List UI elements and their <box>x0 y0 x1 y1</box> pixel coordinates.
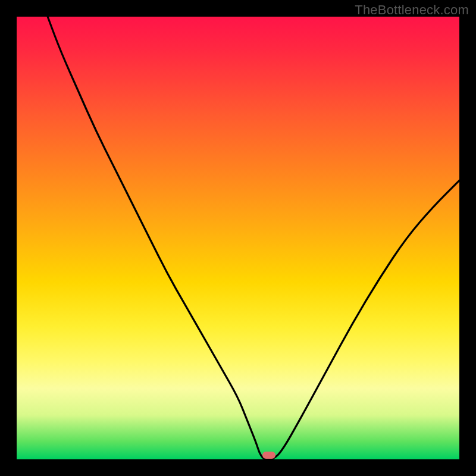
watermark-text: TheBottleneck.com <box>355 2 469 18</box>
plot-area <box>17 17 459 459</box>
optimal-point-marker <box>262 452 275 459</box>
bottleneck-curve <box>17 17 459 459</box>
curve-path <box>48 17 459 459</box>
chart-frame: TheBottleneck.com <box>0 0 476 476</box>
